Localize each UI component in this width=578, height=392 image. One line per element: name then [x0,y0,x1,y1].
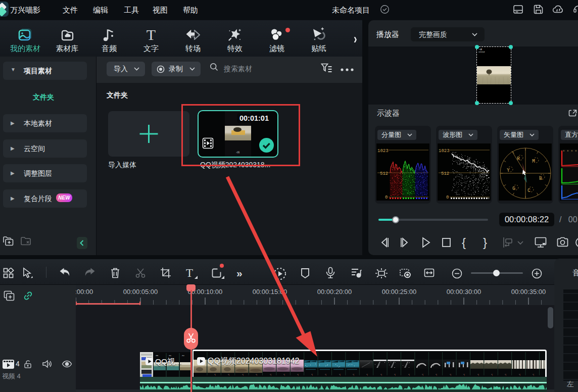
svg-text:1023: 1023 [439,149,450,154]
svg-text:0: 0 [385,195,388,200]
svg-text:0: 0 [446,195,449,200]
svg-text:512: 512 [380,171,388,176]
svg-text:Y: Y [507,168,510,173]
svg-text:R: R [517,156,520,162]
svg-text:1023: 1023 [377,149,389,154]
svg-text:G: G [512,186,515,191]
svg-text:512: 512 [441,171,449,176]
svg-text:C: C [527,188,531,193]
